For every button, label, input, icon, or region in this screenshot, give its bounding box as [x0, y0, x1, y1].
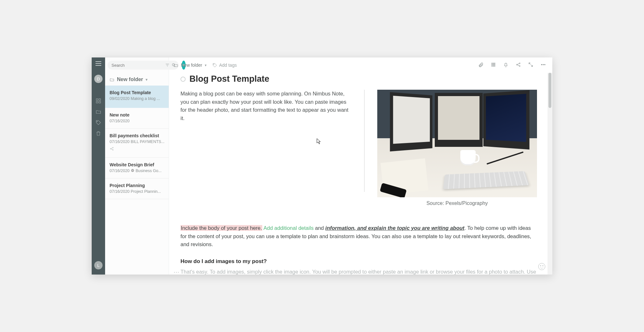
note-title: Blog Post Template: [110, 90, 165, 95]
note-title: Website Design Brief: [110, 162, 165, 167]
chevron-down-icon: ▾: [146, 78, 148, 82]
svg-point-24: [543, 64, 543, 65]
folder-name: New folder: [117, 77, 143, 82]
grid-icon[interactable]: [491, 62, 496, 69]
add-tags-label: Add tags: [219, 63, 237, 68]
note-meta: 07/16/2020: [110, 119, 165, 123]
breadcrumb-label: New folder: [181, 63, 202, 68]
attachment-icon[interactable]: [478, 62, 484, 69]
svg-point-20: [517, 64, 518, 65]
chevron-down-icon: ▾: [205, 63, 207, 67]
app-window: D L + New folder ▾: [92, 57, 552, 275]
share-icon[interactable]: [516, 62, 521, 69]
svg-rect-0: [96, 99, 98, 100]
svg-point-23: [541, 64, 542, 65]
trash-icon[interactable]: [95, 130, 102, 137]
svg-point-4: [97, 121, 97, 122]
note-meta: 07/16/2020 Project Plannin...: [110, 189, 165, 194]
document-body[interactable]: Blog Post Template Making a blog post ca…: [169, 73, 552, 275]
svg-point-19: [494, 65, 495, 66]
note-list-item[interactable]: Bill payments checklist 07/16/2020 BILL …: [105, 129, 169, 158]
svg-point-14: [492, 64, 492, 65]
section-heading[interactable]: How do I add images to my post?: [180, 258, 537, 265]
expand-icon[interactable]: [528, 62, 533, 69]
note-meta: 09/02/2020 Making a blog ...: [110, 96, 165, 101]
folder-icon[interactable]: [95, 108, 102, 116]
svg-point-17: [492, 65, 492, 66]
svg-rect-2: [96, 102, 98, 103]
svg-point-10: [213, 64, 214, 64]
note-list-item[interactable]: Blog Post Template 09/02/2020 Making a b…: [105, 86, 169, 108]
svg-point-8: [112, 149, 113, 150]
svg-point-12: [493, 63, 494, 64]
note-list-item[interactable]: Project Planning 07/16/2020 Project Plan…: [105, 178, 169, 199]
svg-point-13: [494, 63, 495, 64]
emoji-button[interactable]: [538, 263, 545, 270]
intro-paragraph[interactable]: Making a blog post can be easy with some…: [180, 90, 351, 206]
tag-icon[interactable]: [95, 119, 102, 126]
folder-selector[interactable]: New folder ▾: [105, 72, 169, 86]
note-title: New note: [110, 112, 165, 117]
svg-point-25: [544, 64, 545, 65]
svg-point-6: [110, 148, 111, 149]
page-title[interactable]: Blog Post Template: [189, 74, 269, 84]
svg-point-18: [493, 65, 494, 66]
note-list-item[interactable]: New note 07/16/2020: [105, 108, 169, 129]
body-paragraph[interactable]: Include the body of your post here. Add …: [180, 224, 537, 249]
svg-rect-3: [99, 102, 101, 103]
hamburger-menu[interactable]: [96, 61, 101, 66]
editor-toolbar: New folder ▾ Add tags: [169, 57, 552, 73]
svg-point-22: [519, 65, 520, 66]
svg-point-21: [519, 63, 520, 64]
shared-icon: [110, 147, 165, 152]
soccer-icon: [131, 169, 134, 172]
editor-main: New folder ▾ Add tags Blog Post Template: [169, 57, 552, 275]
svg-point-11: [492, 63, 492, 64]
folder-small-icon: [110, 77, 114, 82]
note-list-item[interactable]: Website Design Brief 07/16/2020 Business…: [105, 158, 169, 178]
more-icon[interactable]: [540, 62, 546, 69]
dashboard-icon[interactable]: [95, 97, 102, 105]
search-input[interactable]: [111, 63, 165, 68]
svg-point-16: [494, 64, 495, 65]
add-tags-button[interactable]: Add tags: [212, 63, 237, 68]
scrollbar[interactable]: [548, 73, 552, 275]
drag-handle-icon[interactable]: ⋯: [173, 268, 180, 275]
breadcrumb[interactable]: New folder ▾: [173, 63, 207, 68]
highlight-green: Add additional details: [262, 225, 314, 231]
emphasis-text: information, and explain the topic you a…: [325, 225, 464, 231]
search-field[interactable]: [108, 61, 179, 70]
note-title: Bill payments checklist: [110, 133, 165, 138]
folder-small-icon: [173, 63, 178, 68]
highlight-pink: Include the body of your post here.: [180, 225, 262, 231]
note-meta: 07/16/2020 Business Go...: [110, 169, 165, 173]
note-title: Project Planning: [110, 183, 165, 188]
scrollbar-thumb[interactable]: [548, 73, 551, 108]
bell-icon[interactable]: [503, 62, 509, 69]
image-caption[interactable]: Source: Pexels/Picography: [426, 200, 488, 206]
user-avatar[interactable]: L: [94, 261, 103, 269]
note-meta: 07/16/2020 BILL PAYMENTS...: [110, 140, 165, 144]
workspace-avatar[interactable]: D: [94, 75, 103, 83]
task-checkbox[interactable]: [180, 77, 186, 82]
svg-point-7: [112, 147, 113, 148]
nav-rail: D L: [92, 57, 105, 275]
header-image[interactable]: [377, 90, 537, 197]
svg-point-15: [493, 64, 494, 65]
faded-paragraph[interactable]: That's easy. To add images, simply click…: [180, 268, 537, 275]
svg-rect-1: [99, 99, 101, 100]
notes-sidebar: + New folder ▾ Blog Post Template 09/02/…: [105, 57, 169, 275]
column-separator: [364, 90, 364, 192]
tag-small-icon: [212, 63, 217, 68]
